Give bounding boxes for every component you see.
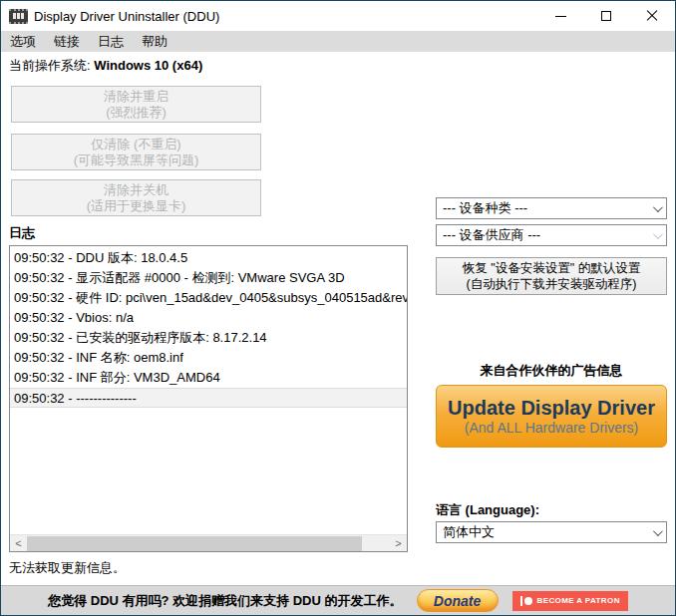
- donation-bar: 您觉得 DDU 有用吗? 欢迎捐赠我们来支持 DDU 的开发工作。 Donate…: [1, 585, 675, 615]
- menu-help[interactable]: 帮助: [133, 31, 176, 53]
- app-icon: [9, 9, 28, 24]
- window-controls: [537, 1, 675, 31]
- language-value: 简体中文: [443, 523, 495, 541]
- maximize-icon: [601, 11, 611, 21]
- log-listbox[interactable]: 09:50:32 - DDU 版本: 18.0.4.5 09:50:32 - 显…: [9, 245, 408, 552]
- current-os-value: Windows 10 (x64): [94, 58, 202, 73]
- menu-log[interactable]: 日志: [89, 31, 133, 53]
- window-title: Display Driver Uninstaller (DDU): [34, 9, 219, 24]
- restore-device-settings-button[interactable]: 恢复 "设备安装设置" 的默认设置 (自动执行下载并安装驱动程序): [436, 257, 667, 295]
- clean-only-button[interactable]: 仅清除 (不重启) (可能导致黑屏等问题): [11, 134, 261, 170]
- donation-message: 您觉得 DDU 有用吗? 欢迎捐赠我们来支持 DDU 的开发工作。: [48, 592, 402, 610]
- patreon-button-label: BECOME A PATRON: [537, 596, 620, 605]
- become-a-patron-button[interactable]: BECOME A PATRON: [512, 591, 628, 611]
- update-status-text: 无法获取更新信息。: [9, 559, 126, 577]
- clean-shutdown-sublabel: (适用于更换显卡): [12, 198, 260, 214]
- log-rows: 09:50:32 - DDU 版本: 18.0.4.5 09:50:32 - 显…: [10, 246, 407, 408]
- scroll-left-icon[interactable]: <: [10, 535, 27, 552]
- main-content: 当前操作系统: Windows 10 (x64) 清除并重启 (强烈推荐) 仅清…: [1, 53, 675, 587]
- restore-button-sublabel: (自动执行下载并安装驱动程序): [437, 276, 666, 292]
- donate-button-label: Donate: [434, 593, 481, 609]
- current-os-line: 当前操作系统: Windows 10 (x64): [9, 57, 202, 75]
- menu-options[interactable]: 选项: [1, 31, 45, 53]
- chevron-down-icon: [653, 229, 663, 239]
- log-entry-selected[interactable]: 09:50:32 - --------------: [10, 388, 407, 408]
- language-label: 语言 (Language):: [436, 501, 539, 519]
- clean-restart-sublabel: (强烈推荐): [12, 105, 260, 121]
- log-horizontal-scrollbar[interactable]: < >: [10, 534, 407, 551]
- log-entry[interactable]: 09:50:32 - 硬件 ID: pci\ven_15ad&dev_0405&…: [10, 288, 407, 308]
- update-display-driver-button[interactable]: Update Display Driver (And ALL Hardware …: [436, 385, 667, 448]
- restore-button-label: 恢复 "设备安装设置" 的默认设置: [437, 260, 666, 276]
- close-button[interactable]: [629, 1, 675, 31]
- log-entry[interactable]: 09:50:32 - INF 部分: VM3D_AMD64: [10, 368, 407, 388]
- patreon-icon: [520, 596, 532, 606]
- clean-shutdown-button[interactable]: 清除并关机 (适用于更换显卡): [11, 179, 261, 216]
- scroll-right-icon[interactable]: >: [390, 535, 407, 552]
- log-entry[interactable]: 09:50:32 - DDU 版本: 18.0.4.5: [10, 248, 407, 268]
- device-type-select[interactable]: --- 设备种类 ---: [436, 197, 667, 219]
- device-type-value: --- 设备种类 ---: [443, 199, 527, 217]
- partner-ad-label: 来自合作伙伴的广告信息: [436, 362, 667, 380]
- donate-button[interactable]: Donate: [417, 589, 499, 612]
- scrollbar-thumb[interactable]: [27, 536, 362, 551]
- clean-only-sublabel: (可能导致黑屏等问题): [12, 153, 260, 168]
- clean-shutdown-label: 清除并关机: [12, 182, 260, 198]
- clean-restart-label: 清除并重启: [12, 89, 260, 105]
- ddu-window: Display Driver Uninstaller (DDU) 选项 链接 日…: [0, 0, 676, 616]
- device-vendor-select[interactable]: --- 设备供应商 ---: [436, 224, 667, 246]
- minimize-button[interactable]: [537, 1, 583, 31]
- minimize-icon: [555, 16, 566, 17]
- device-vendor-value: --- 设备供应商 ---: [443, 226, 540, 244]
- title-bar: Display Driver Uninstaller (DDU): [1, 1, 675, 31]
- log-entry[interactable]: 09:50:32 - 显示适配器 #0000 - 检测到: VMware SVG…: [10, 268, 407, 288]
- chevron-down-icon: [653, 202, 663, 212]
- maximize-button[interactable]: [583, 1, 629, 31]
- log-entry[interactable]: 09:50:32 - Vbios: n/a: [10, 308, 407, 328]
- clean-only-label: 仅清除 (不重启): [12, 137, 260, 153]
- update-button-title: Update Display Driver: [437, 396, 666, 420]
- close-icon: [646, 10, 658, 22]
- clean-restart-button[interactable]: 清除并重启 (强烈推荐): [11, 86, 261, 123]
- current-os-label: 当前操作系统:: [9, 58, 91, 73]
- update-button-subtitle: (And ALL Hardware Drivers): [437, 420, 666, 437]
- menu-links[interactable]: 链接: [45, 31, 89, 53]
- log-entry[interactable]: 09:50:32 - INF 名称: oem8.inf: [10, 348, 407, 368]
- language-select[interactable]: 简体中文: [436, 521, 667, 543]
- log-section-label: 日志: [9, 224, 35, 242]
- log-entry[interactable]: 09:50:32 - 已安装的驱动程序版本: 8.17.2.14: [10, 328, 407, 348]
- menu-bar: 选项 链接 日志 帮助: [1, 31, 675, 53]
- chevron-down-icon: [653, 526, 663, 536]
